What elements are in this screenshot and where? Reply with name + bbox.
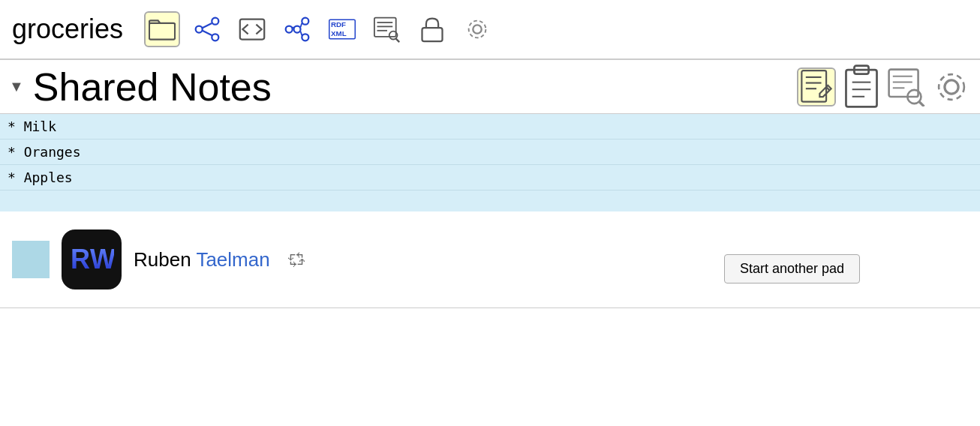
edit-pad-icon[interactable] [797,68,836,106]
svg-point-1 [196,26,203,33]
svg-point-3 [212,34,218,40]
rdf-network-icon[interactable] [279,11,315,47]
user-area: R W Ruben Taelman ⮔ Start another pad [0,212,980,302]
svg-point-7 [286,26,293,33]
user-logout-icon[interactable]: ⮔ [288,250,305,269]
note-line-3: * Apples [0,165,980,190]
svg-rect-23 [422,28,443,41]
settings-icon[interactable] [459,11,495,47]
svg-line-4 [203,23,212,28]
rw-logo: R W [69,243,114,276]
svg-point-24 [473,25,481,33]
svg-rect-17 [374,18,396,37]
svg-line-22 [396,39,400,43]
note-line-1: * Milk [0,114,980,140]
clipboard-icon[interactable] [842,68,881,106]
user-name: Ruben Taelman [134,248,270,272]
section-title: Shared Notes [33,64,791,110]
svg-point-2 [212,18,218,25]
svg-point-8 [302,18,308,25]
top-header: groceries [0,0,980,60]
search-section-icon[interactable] [887,68,926,106]
svg-line-13 [301,32,302,35]
svg-point-9 [302,34,308,40]
section-header: ▼ Shared Notes [0,60,980,114]
code-icon[interactable] [234,11,270,47]
svg-text:XML: XML [331,29,347,38]
user-color-block [12,241,50,278]
svg-rect-0 [149,23,175,40]
search-preview-icon[interactable] [369,11,405,47]
user-avatar: R W [62,230,122,290]
note-line-2: * Oranges [0,140,980,165]
app-title: groceries [12,14,123,45]
network-icon[interactable] [189,11,225,47]
svg-text:W: W [90,244,114,274]
folder-icon[interactable] [144,11,180,47]
start-another-pad-button[interactable]: Start another pad [724,254,860,284]
note-line-empty [0,190,980,212]
section-toggle[interactable]: ▼ [9,78,24,95]
svg-line-5 [203,31,212,35]
svg-line-41 [919,101,924,106]
svg-point-25 [469,21,486,38]
svg-text:R: R [71,244,90,274]
svg-point-43 [939,74,964,100]
svg-text:RDF: RDF [331,20,346,28]
svg-rect-36 [889,69,918,96]
rdf-xml-icon[interactable]: RDF XML [324,11,360,47]
section-settings-icon[interactable] [932,68,971,106]
user-name-last: Taelman [196,248,269,271]
lock-icon[interactable] [414,11,450,47]
svg-rect-31 [846,70,876,107]
notes-content: * Milk * Oranges * Apples [0,114,980,212]
svg-line-11 [293,27,294,28]
svg-point-10 [294,26,301,33]
svg-line-12 [301,23,302,27]
svg-point-42 [945,80,958,93]
bottom-divider [0,308,980,308]
